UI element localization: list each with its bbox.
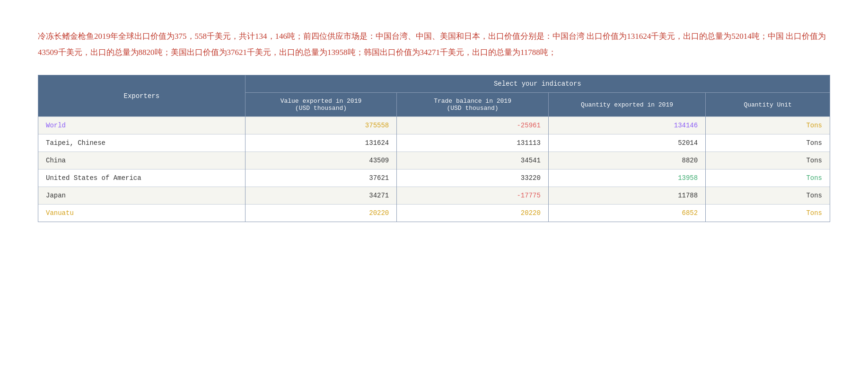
value-exported: 43509	[245, 152, 397, 170]
trade-balance-header: Trade balance in 2019 (USD thousand)	[397, 93, 549, 117]
table-row: China43509345418820Tons	[38, 152, 830, 170]
export-data-table: Exporters Select your indicators Value e…	[38, 75, 830, 222]
value-exported: 34271	[245, 187, 397, 205]
exporter-name[interactable]: Vanuatu	[38, 205, 245, 222]
value-exported: 375558	[245, 117, 397, 134]
intro-highlight-text: 冷冻长鳍金枪鱼2019年全球出口价值为375，558千美元，共计134，146吨…	[38, 32, 826, 57]
exporter-name: United States of America	[38, 170, 245, 187]
data-table-container: Exporters Select your indicators Value e…	[38, 75, 830, 222]
quantity-unit: Tons	[706, 152, 830, 170]
table-row: Vanuatu20220202206852Tons	[38, 205, 830, 222]
quantity-exported: 8820	[548, 152, 705, 170]
value-exported: 20220	[245, 205, 397, 222]
value-exported-header: Value exported in 2019 (USD thousand)	[245, 93, 397, 117]
quantity-unit: Tons	[706, 134, 830, 152]
trade-balance: -25961	[397, 117, 549, 134]
trade-balance: 33220	[397, 170, 549, 187]
table-row: Taipei, Chinese13162413111352014Tons	[38, 134, 830, 152]
quantity-unit: Tons	[706, 187, 830, 205]
quantity-exported: 6852	[548, 205, 705, 222]
quantity-unit: Tons	[706, 205, 830, 222]
quantity-exported: 13958	[548, 170, 705, 187]
table-row: World375558-25961134146Tons	[38, 117, 830, 134]
trade-balance: 34541	[397, 152, 549, 170]
quantity-unit: Tons	[706, 117, 830, 134]
table-body: World375558-25961134146TonsTaipei, Chine…	[38, 117, 830, 222]
exporter-name: Japan	[38, 187, 245, 205]
intro-paragraph: 冷冻长鳍金枪鱼2019年全球出口价值为375，558千美元，共计134，146吨…	[38, 28, 830, 61]
exporters-header: Exporters	[38, 75, 245, 117]
table-row: Japan34271-1777511788Tons	[38, 187, 830, 205]
quantity-exported-header: Quantity exported in 2019	[548, 93, 705, 117]
value-exported: 37621	[245, 170, 397, 187]
quantity-unit: Tons	[706, 170, 830, 187]
quantity-exported: 52014	[548, 134, 705, 152]
exporter-name[interactable]: World	[38, 117, 245, 134]
exporter-name: Taipei, Chinese	[38, 134, 245, 152]
table-row: United States of America376213322013958T…	[38, 170, 830, 187]
value-exported: 131624	[245, 134, 397, 152]
quantity-unit-header: Quantity Unit	[706, 93, 830, 117]
select-indicators-header: Select your indicators	[245, 75, 830, 93]
quantity-exported: 11788	[548, 187, 705, 205]
trade-balance: -17775	[397, 187, 549, 205]
trade-balance: 20220	[397, 205, 549, 222]
trade-balance: 131113	[397, 134, 549, 152]
quantity-exported: 134146	[548, 117, 705, 134]
exporter-name: China	[38, 152, 245, 170]
